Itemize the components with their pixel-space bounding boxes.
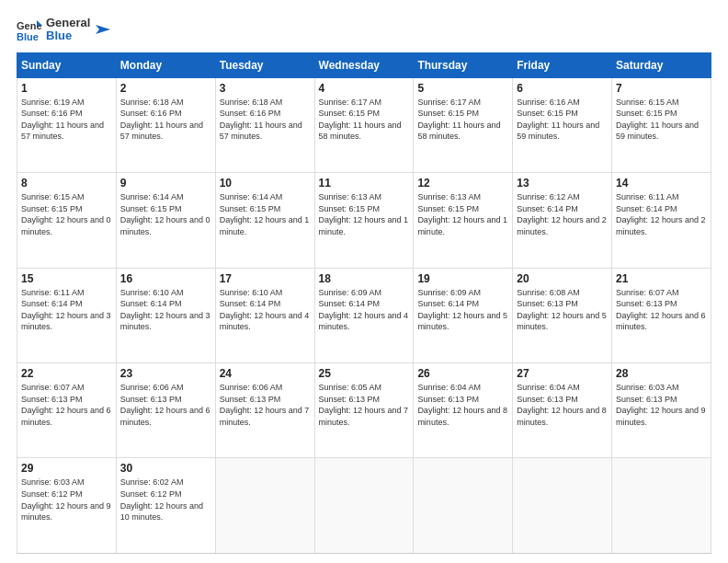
day-cell-18: 18 Sunrise: 6:09 AMSunset: 6:14 PMDaylig… bbox=[314, 268, 414, 362]
day-info-3: Sunrise: 6:18 AMSunset: 6:16 PMDaylight:… bbox=[220, 97, 311, 143]
day-number-21: 21 bbox=[616, 272, 707, 285]
day-cell-12: 12 Sunrise: 6:13 AMSunset: 6:15 PMDaylig… bbox=[414, 173, 513, 268]
day-cell-19: 19 Sunrise: 6:09 AMSunset: 6:14 PMDaylig… bbox=[414, 268, 513, 362]
day-cell-7: 7 Sunrise: 6:15 AMSunset: 6:15 PMDayligh… bbox=[612, 77, 711, 172]
day-cell-1: 1 Sunrise: 6:19 AMSunset: 6:16 PMDayligh… bbox=[17, 77, 117, 172]
day-cell-26: 26 Sunrise: 6:04 AMSunset: 6:13 PMDaylig… bbox=[414, 363, 513, 458]
calendar-week-4: 22 Sunrise: 6:07 AMSunset: 6:13 PMDaylig… bbox=[17, 363, 711, 458]
day-info-28: Sunrise: 6:03 AMSunset: 6:13 PMDaylight:… bbox=[616, 382, 707, 428]
day-info-25: Sunrise: 6:05 AMSunset: 6:13 PMDaylight:… bbox=[319, 382, 410, 428]
col-tuesday: Tuesday bbox=[215, 52, 314, 77]
day-number-29: 29 bbox=[21, 462, 112, 475]
day-cell-22: 22 Sunrise: 6:07 AMSunset: 6:13 PMDaylig… bbox=[17, 363, 117, 458]
day-number-14: 14 bbox=[616, 177, 707, 190]
col-sunday: Sunday bbox=[17, 52, 117, 77]
empty-cell bbox=[215, 458, 314, 554]
day-info-7: Sunrise: 6:15 AMSunset: 6:15 PMDaylight:… bbox=[616, 97, 707, 143]
day-info-6: Sunrise: 6:16 AMSunset: 6:15 PMDaylight:… bbox=[517, 97, 608, 143]
col-thursday: Thursday bbox=[414, 52, 513, 77]
day-number-15: 15 bbox=[21, 272, 112, 285]
day-info-13: Sunrise: 6:12 AMSunset: 6:14 PMDaylight:… bbox=[517, 191, 608, 237]
day-info-17: Sunrise: 6:10 AMSunset: 6:14 PMDaylight:… bbox=[220, 287, 311, 333]
day-number-7: 7 bbox=[616, 82, 707, 95]
day-number-2: 2 bbox=[120, 82, 211, 95]
day-info-26: Sunrise: 6:04 AMSunset: 6:13 PMDaylight:… bbox=[417, 382, 508, 428]
day-number-12: 12 bbox=[417, 177, 508, 190]
day-number-22: 22 bbox=[21, 367, 112, 380]
day-info-11: Sunrise: 6:13 AMSunset: 6:15 PMDaylight:… bbox=[319, 191, 410, 237]
calendar-week-5: 29 Sunrise: 6:03 AMSunset: 6:12 PMDaylig… bbox=[17, 458, 711, 554]
logo-arrow-icon bbox=[94, 21, 110, 38]
day-number-25: 25 bbox=[319, 367, 410, 380]
day-info-1: Sunrise: 6:19 AMSunset: 6:16 PMDaylight:… bbox=[21, 97, 112, 143]
page: General Blue General Blue Sunday Monday … bbox=[0, 0, 728, 563]
day-number-18: 18 bbox=[319, 272, 410, 285]
logo-icon: General Blue bbox=[17, 17, 42, 42]
day-cell-23: 23 Sunrise: 6:06 AMSunset: 6:13 PMDaylig… bbox=[116, 363, 215, 458]
header: General Blue General Blue bbox=[17, 17, 711, 43]
calendar-table: Sunday Monday Tuesday Wednesday Thursday… bbox=[17, 52, 711, 554]
calendar-week-2: 8 Sunrise: 6:15 AMSunset: 6:15 PMDayligh… bbox=[17, 173, 711, 268]
day-info-23: Sunrise: 6:06 AMSunset: 6:13 PMDaylight:… bbox=[120, 382, 211, 428]
day-info-27: Sunrise: 6:04 AMSunset: 6:13 PMDaylight:… bbox=[517, 382, 608, 428]
day-number-8: 8 bbox=[21, 177, 112, 190]
day-info-16: Sunrise: 6:10 AMSunset: 6:14 PMDaylight:… bbox=[120, 287, 211, 333]
day-number-10: 10 bbox=[220, 177, 311, 190]
day-cell-6: 6 Sunrise: 6:16 AMSunset: 6:15 PMDayligh… bbox=[513, 77, 612, 172]
day-cell-9: 9 Sunrise: 6:14 AMSunset: 6:15 PMDayligh… bbox=[116, 173, 215, 268]
day-info-14: Sunrise: 6:11 AMSunset: 6:14 PMDaylight:… bbox=[616, 191, 707, 237]
day-cell-20: 20 Sunrise: 6:08 AMSunset: 6:13 PMDaylig… bbox=[513, 268, 612, 362]
day-cell-10: 10 Sunrise: 6:14 AMSunset: 6:15 PMDaylig… bbox=[215, 173, 314, 268]
day-cell-17: 17 Sunrise: 6:10 AMSunset: 6:14 PMDaylig… bbox=[215, 268, 314, 362]
day-number-11: 11 bbox=[319, 177, 410, 190]
day-cell-28: 28 Sunrise: 6:03 AMSunset: 6:13 PMDaylig… bbox=[612, 363, 711, 458]
day-info-21: Sunrise: 6:07 AMSunset: 6:13 PMDaylight:… bbox=[616, 287, 707, 333]
day-cell-11: 11 Sunrise: 6:13 AMSunset: 6:15 PMDaylig… bbox=[314, 173, 414, 268]
day-number-1: 1 bbox=[21, 82, 112, 95]
day-cell-27: 27 Sunrise: 6:04 AMSunset: 6:13 PMDaylig… bbox=[513, 363, 612, 458]
day-info-30: Sunrise: 6:02 AMSunset: 6:12 PMDaylight:… bbox=[120, 477, 211, 523]
day-cell-5: 5 Sunrise: 6:17 AMSunset: 6:15 PMDayligh… bbox=[414, 77, 513, 172]
logo: General Blue General Blue bbox=[17, 17, 110, 43]
day-number-30: 30 bbox=[120, 462, 211, 475]
day-cell-24: 24 Sunrise: 6:06 AMSunset: 6:13 PMDaylig… bbox=[215, 363, 314, 458]
day-cell-2: 2 Sunrise: 6:18 AMSunset: 6:16 PMDayligh… bbox=[116, 77, 215, 172]
calendar-week-3: 15 Sunrise: 6:11 AMSunset: 6:14 PMDaylig… bbox=[17, 268, 711, 362]
col-saturday: Saturday bbox=[612, 52, 711, 77]
day-info-20: Sunrise: 6:08 AMSunset: 6:13 PMDaylight:… bbox=[517, 287, 608, 333]
day-cell-13: 13 Sunrise: 6:12 AMSunset: 6:14 PMDaylig… bbox=[513, 173, 612, 268]
col-wednesday: Wednesday bbox=[314, 52, 414, 77]
day-info-22: Sunrise: 6:07 AMSunset: 6:13 PMDaylight:… bbox=[21, 382, 112, 428]
day-number-4: 4 bbox=[319, 82, 410, 95]
day-number-26: 26 bbox=[417, 367, 508, 380]
day-cell-30: 30 Sunrise: 6:02 AMSunset: 6:12 PMDaylig… bbox=[116, 458, 215, 554]
day-number-23: 23 bbox=[120, 367, 211, 380]
day-cell-14: 14 Sunrise: 6:11 AMSunset: 6:14 PMDaylig… bbox=[612, 173, 711, 268]
day-info-5: Sunrise: 6:17 AMSunset: 6:15 PMDaylight:… bbox=[417, 97, 508, 143]
day-cell-25: 25 Sunrise: 6:05 AMSunset: 6:13 PMDaylig… bbox=[314, 363, 414, 458]
day-cell-21: 21 Sunrise: 6:07 AMSunset: 6:13 PMDaylig… bbox=[612, 268, 711, 362]
day-number-6: 6 bbox=[517, 82, 608, 95]
calendar-header-row: Sunday Monday Tuesday Wednesday Thursday… bbox=[17, 52, 711, 77]
day-info-18: Sunrise: 6:09 AMSunset: 6:14 PMDaylight:… bbox=[319, 287, 410, 333]
day-number-5: 5 bbox=[417, 82, 508, 95]
day-cell-16: 16 Sunrise: 6:10 AMSunset: 6:14 PMDaylig… bbox=[116, 268, 215, 362]
logo-blue: Blue bbox=[46, 29, 90, 42]
day-number-16: 16 bbox=[120, 272, 211, 285]
day-info-8: Sunrise: 6:15 AMSunset: 6:15 PMDaylight:… bbox=[21, 191, 112, 237]
day-info-4: Sunrise: 6:17 AMSunset: 6:15 PMDaylight:… bbox=[319, 97, 410, 143]
col-monday: Monday bbox=[116, 52, 215, 77]
day-number-28: 28 bbox=[616, 367, 707, 380]
day-number-19: 19 bbox=[417, 272, 508, 285]
empty-cell bbox=[314, 458, 414, 554]
svg-text:Blue: Blue bbox=[17, 31, 39, 42]
day-cell-4: 4 Sunrise: 6:17 AMSunset: 6:15 PMDayligh… bbox=[314, 77, 414, 172]
day-cell-15: 15 Sunrise: 6:11 AMSunset: 6:14 PMDaylig… bbox=[17, 268, 117, 362]
day-info-19: Sunrise: 6:09 AMSunset: 6:14 PMDaylight:… bbox=[417, 287, 508, 333]
day-number-9: 9 bbox=[120, 177, 211, 190]
day-number-3: 3 bbox=[220, 82, 311, 95]
day-number-20: 20 bbox=[517, 272, 608, 285]
col-friday: Friday bbox=[513, 52, 612, 77]
day-number-27: 27 bbox=[517, 367, 608, 380]
day-cell-29: 29 Sunrise: 6:03 AMSunset: 6:12 PMDaylig… bbox=[17, 458, 117, 554]
